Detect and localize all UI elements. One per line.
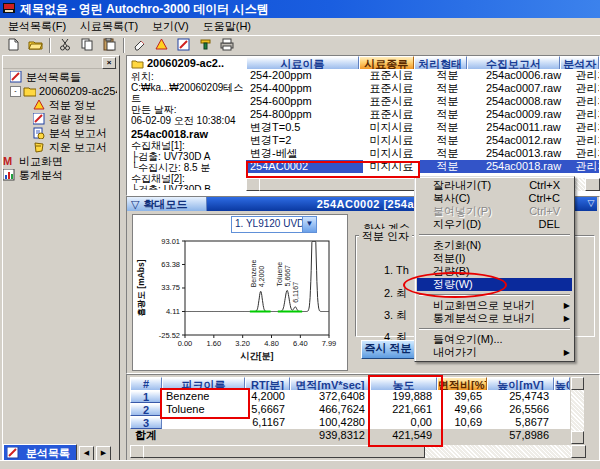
- table-cell[interactable]: 표준시료: [363, 108, 420, 121]
- toolbar-button-copy[interactable]: [77, 37, 97, 54]
- table-cell[interactable]: 5,8677: [487, 416, 554, 429]
- table-cell[interactable]: 199,888: [370, 390, 437, 403]
- tree-item-7[interactable]: M비교화면: [3, 154, 117, 168]
- table-row[interactable]: 254-400ppm표준시료적분254ac0007.raw관리자: [246, 82, 599, 95]
- table-cell[interactable]: 372,6408: [290, 390, 370, 403]
- table-cell[interactable]: 10,69: [437, 416, 487, 429]
- menu-item[interactable]: 도움말(H): [197, 18, 257, 35]
- context-menu-item[interactable]: 잘라내기(T)Ctrl+X: [417, 179, 572, 192]
- table-cell[interactable]: 254ac0007.raw: [475, 82, 572, 95]
- column-header[interactable]: 면적[mV*sec]: [290, 377, 370, 391]
- table-cell[interactable]: 466,7624: [290, 403, 370, 416]
- column-header[interactable]: 농도: [370, 377, 437, 391]
- context-menu-item[interactable]: 정량(W): [417, 278, 572, 291]
- column-header[interactable]: 시료종류: [359, 56, 414, 70]
- table-cell[interactable]: 관리자: [572, 160, 599, 173]
- context-menu-item[interactable]: 초기화(N): [417, 239, 572, 252]
- table-row[interactable]: 36,1167100,42800,0010,695,8677: [130, 416, 570, 429]
- close-icon[interactable]: ×: [102, 57, 116, 69]
- table-cell[interactable]: 5,6667: [245, 403, 290, 416]
- column-header[interactable]: 높이[mV]: [487, 377, 554, 391]
- table-row[interactable]: 변경-베셀미지시료적분254ac0013.raw관리자: [246, 147, 599, 160]
- table-cell[interactable]: 표준시료: [363, 69, 420, 82]
- column-header[interactable]: RT[분]: [245, 377, 290, 391]
- table-cell[interactable]: 적분: [420, 134, 475, 147]
- toolbar-button-cut[interactable]: [55, 37, 75, 54]
- table-cell[interactable]: 0,00: [370, 416, 437, 429]
- context-menu-item[interactable]: 복사(C)Ctrl+C: [417, 192, 572, 205]
- menu-item[interactable]: 보기(V): [146, 18, 195, 35]
- column-header[interactable]: 피크이름: [162, 377, 245, 391]
- toolbar-button-open-folder[interactable]: [25, 37, 45, 54]
- table-row[interactable]: 변경T=0.5미지시료적분254ac0011.raw관리자: [246, 121, 599, 134]
- column-header[interactable]: 처리형태: [414, 56, 467, 70]
- table-cell[interactable]: 적분: [420, 121, 475, 134]
- tree-item-4[interactable]: 검량 정보: [3, 112, 117, 126]
- table-cell[interactable]: 표준시료: [363, 95, 420, 108]
- table-cell[interactable]: 254ac0006.raw: [475, 69, 572, 82]
- table-cell[interactable]: 221,661: [370, 403, 437, 416]
- table-cell[interactable]: 254AC0002: [246, 160, 363, 173]
- chevron-down-icon[interactable]: ▼: [302, 217, 316, 232]
- table-cell[interactable]: 미지시료: [363, 147, 420, 160]
- toolbar-button-eraser[interactable]: [129, 37, 149, 54]
- table-cell[interactable]: 3: [130, 416, 162, 429]
- table-cell[interactable]: 254ac0008.raw: [475, 95, 572, 108]
- table-cell[interactable]: 관리자: [572, 69, 599, 82]
- table-row[interactable]: 변경T=2미지시료적분254ac0012.raw관리자: [246, 134, 599, 147]
- table-cell[interactable]: 변경-베셀: [246, 147, 363, 160]
- zoom-mode-button[interactable]: ▽ 확대모드: [127, 197, 207, 211]
- tree-item-1[interactable]: 분석목록들: [3, 70, 117, 84]
- table-cell[interactable]: 변경T=2: [246, 134, 363, 147]
- context-menu-item[interactable]: 내어가기▶: [417, 346, 572, 359]
- peak-table-hscrollbar[interactable]: [130, 445, 584, 458]
- tab-scroll-right-icon[interactable]: ▶: [96, 446, 111, 461]
- table-cell[interactable]: 26,5566: [487, 403, 554, 416]
- table-cell[interactable]: 49,66: [437, 403, 487, 416]
- context-menu-item[interactable]: 검량(B): [417, 265, 572, 278]
- tree-item-5[interactable]: 분석 보고서: [3, 126, 117, 140]
- column-header[interactable]: 수집보고서: [467, 56, 561, 70]
- column-header[interactable]: 분석자: [560, 56, 599, 70]
- tree-item-3[interactable]: 적분 정보: [3, 98, 117, 112]
- tree-item-8[interactable]: 통계분석: [3, 168, 117, 182]
- toolbar-button-calibration[interactable]: [173, 37, 193, 54]
- table-cell[interactable]: 25,4743: [487, 390, 554, 403]
- table-cell[interactable]: [554, 403, 570, 416]
- scroll-right-icon[interactable]: [571, 445, 586, 458]
- table-cell[interactable]: 관리자: [572, 95, 599, 108]
- table-cell[interactable]: 표준시료: [363, 82, 420, 95]
- instant-integrate-button[interactable]: 즉시 적분: [361, 340, 415, 359]
- context-menu-item[interactable]: 적분(I): [417, 252, 572, 265]
- table-cell[interactable]: 관리자: [572, 82, 599, 95]
- table-cell[interactable]: 관리자: [572, 147, 599, 160]
- table-row[interactable]: 254-600ppm표준시료적분254ac0008.raw관리자: [246, 95, 599, 108]
- table-row[interactable]: 254-800ppm표준시료적분254ac0009.raw관리자: [246, 108, 599, 121]
- table-cell[interactable]: 1: [130, 390, 162, 403]
- table-cell[interactable]: 39,65: [437, 390, 487, 403]
- column-header[interactable]: 면적비[%]: [437, 377, 487, 391]
- sidebar-title-bar[interactable]: ×: [3, 56, 117, 69]
- table-cell[interactable]: 100,4280: [290, 416, 370, 429]
- context-menu-item[interactable]: 지우기(D)DEL: [417, 218, 572, 231]
- table-cell[interactable]: 미지시료: [363, 134, 420, 147]
- table-row[interactable]: 254-200ppm표준시료적분254ac0006.raw관리자: [246, 69, 599, 82]
- toolbar-button-new-document[interactable]: [3, 37, 23, 54]
- table-cell[interactable]: Benzene: [162, 390, 245, 403]
- table-cell[interactable]: 254-200ppm: [246, 69, 363, 82]
- context-menu-item[interactable]: 들여오기(M)...: [417, 333, 572, 346]
- table-cell[interactable]: 254ac0013.raw: [475, 147, 572, 160]
- table-cell[interactable]: [554, 416, 570, 429]
- column-header[interactable]: #: [130, 377, 162, 391]
- tab-scroll-left-icon[interactable]: ◀: [79, 446, 94, 461]
- context-menu-item[interactable]: 통계분석으로 보내기▶: [417, 312, 572, 325]
- tree-item-2[interactable]: -20060209-ac254: [3, 84, 117, 98]
- toolbar-button-print[interactable]: [217, 37, 237, 54]
- column-header[interactable]: 높0: [554, 377, 570, 391]
- channel-select[interactable]: 1. YL9120 UVD ▼: [231, 216, 317, 233]
- scroll-down-icon[interactable]: [571, 431, 584, 444]
- table-cell[interactable]: 254-400ppm: [246, 82, 363, 95]
- table-cell[interactable]: Toluene: [162, 403, 245, 416]
- table-cell[interactable]: 적분: [420, 147, 475, 160]
- toolbar-button-paste[interactable]: [99, 37, 119, 54]
